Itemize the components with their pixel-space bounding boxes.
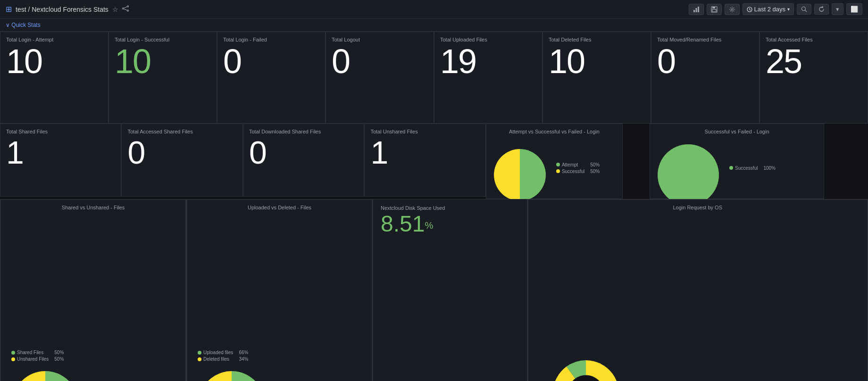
chart-title-shared: Shared vs Unshared - Files: [7, 205, 180, 210]
refresh-button[interactable]: [814, 4, 829, 15]
legend-uploaded: Uploaded files66%Deleted files34%: [198, 350, 248, 362]
svg-point-11: [731, 8, 733, 10]
row2-stats: Total Shared Files 1 Total Accessed Shar…: [0, 124, 868, 199]
stat-value: 0: [223, 44, 241, 78]
svg-rect-6: [695, 8, 697, 12]
disk-space-value: 8.51%: [381, 213, 433, 235]
stat-card: Total Login - Successful 10: [108, 32, 217, 124]
stat-label: Total Accessed Files: [766, 37, 813, 42]
star-button[interactable]: ☆: [112, 6, 118, 13]
pie-uploaded-container: Uploaded vs Deleted - Files Uploaded fil…: [186, 199, 373, 381]
legend-item: Attempt 50%: [556, 162, 600, 167]
svg-point-13: [802, 7, 806, 11]
stat-value: 10: [549, 44, 584, 78]
app-icon: ⊞: [6, 5, 12, 14]
svg-line-14: [805, 10, 807, 12]
settings-button[interactable]: [725, 4, 740, 15]
chart-card-shared: Shared vs Unshared - Files Shared Files5…: [0, 199, 186, 381]
stat-card: Total Uploaded Files 19: [434, 32, 542, 124]
svg-point-2: [127, 10, 128, 11]
chart-card-os: Login Request by OS iOS90%Linux10%: [528, 199, 868, 381]
stat-label: Total Deleted Files: [549, 37, 592, 42]
svg-line-3: [124, 7, 127, 8]
legend-item: Successful 50%: [556, 169, 600, 174]
stat-label: Total Uploaded Files: [440, 37, 487, 42]
disk-space-card: Nextcloud Disk Space Used 8.51%: [373, 199, 527, 381]
disk-column: Nextcloud Disk Space Used 8.51% Nextclou…: [373, 199, 527, 381]
pie-login-container: Attempt vs Successful vs Failed - Login …: [486, 124, 650, 199]
stat-value: 19: [440, 44, 476, 78]
donut-os: [543, 356, 631, 381]
stat-label: Total Unshared Files: [370, 129, 417, 134]
svg-rect-7: [698, 7, 699, 12]
time-range-button[interactable]: Last 2 days ▾: [743, 3, 794, 15]
stat-card: Total Logout 0: [326, 32, 434, 124]
stat-card-sm: Total Shared Files 1: [0, 124, 121, 197]
stat-card-sm: Total Downloaded Shared Files 0: [243, 124, 364, 197]
pie-shared: [11, 370, 80, 381]
legend-item: Successful 100%: [729, 166, 776, 171]
svg-rect-10: [712, 9, 716, 12]
stat-label: Total Login - Failed: [223, 37, 267, 42]
svg-line-4: [124, 9, 127, 10]
svg-rect-9: [712, 7, 715, 8]
stat-card: Total Moved/Renamed Files 0: [651, 32, 760, 124]
pie-chart: [492, 137, 551, 199]
stat-label: Total Accessed Shared Files: [127, 129, 192, 134]
pie-uploaded: [198, 370, 266, 381]
stat-card: Total Deleted Files 10: [542, 32, 651, 124]
legend: Attempt 50% Successful 50%: [556, 162, 600, 174]
stat-value: 1: [370, 136, 387, 168]
expand-button[interactable]: ▾: [832, 3, 843, 15]
disk-space-label: Nextcloud Disk Space Used: [381, 205, 445, 211]
breadcrumb: test / Nextcloud Forensics Stats: [16, 6, 108, 13]
save-button[interactable]: [707, 4, 722, 15]
stat-card-sm: Total Accessed Shared Files 0: [121, 124, 242, 197]
chart-card: Successful vs Failed - Login Successful …: [650, 124, 824, 199]
pie-success-container: Successful vs Failed - Login Successful …: [650, 124, 868, 199]
stat-label: Total Login - Attempt: [6, 37, 53, 42]
stat-value: 0: [657, 44, 675, 78]
legend-shared: Shared Files50%Unshared Files50%: [11, 350, 64, 362]
chart-card-uploaded: Uploaded vs Deleted - Files Uploaded fil…: [187, 199, 372, 381]
fullscreen-button[interactable]: ⬜: [846, 3, 862, 15]
stat-value: 10: [115, 44, 150, 78]
topbar-actions: Last 2 days ▾ ▾ ⬜: [689, 3, 863, 15]
stat-value: 10: [6, 44, 42, 78]
stat-value: 25: [766, 44, 801, 78]
stat-label: Total Logout: [332, 37, 360, 42]
svg-point-0: [122, 8, 124, 9]
row3-stats: Shared vs Unshared - Files Shared Files5…: [0, 199, 868, 381]
svg-point-1: [127, 6, 128, 7]
stat-label: Total Downloaded Shared Files: [249, 129, 321, 134]
stat-value: 0: [249, 136, 266, 168]
bar-chart-button[interactable]: [689, 4, 704, 15]
chart-card: Attempt vs Successful vs Failed - Login …: [486, 124, 623, 199]
stat-label: Total Login - Successful: [115, 37, 169, 42]
chart-title-uploaded: Uploaded vs Deleted - Files: [193, 205, 366, 210]
stat-card: Total Login - Attempt 10: [0, 32, 108, 124]
chart-title: Attempt vs Successful vs Failed - Login: [492, 129, 617, 134]
legend: Successful 100%: [729, 166, 776, 171]
svg-point-15: [658, 144, 719, 206]
svg-rect-5: [693, 10, 695, 12]
chart-title-os: Login Request by OS: [534, 205, 862, 210]
pie-os-container: Login Request by OS iOS90%Linux10%: [527, 199, 868, 381]
stat-label: Total Moved/Renamed Files: [657, 37, 721, 42]
chart-title: Successful vs Failed - Login: [656, 129, 818, 134]
zoom-button[interactable]: [797, 4, 811, 15]
share-button[interactable]: [122, 5, 129, 13]
stat-value: 0: [332, 44, 350, 78]
stat-card: Total Login - Failed 0: [217, 32, 326, 124]
row1-stats: Total Login - Attempt 10 Total Login - S…: [0, 32, 868, 124]
stat-card-sm: Total Unshared Files 1: [364, 124, 485, 197]
stat-label: Total Shared Files: [6, 129, 48, 134]
pie-shared-container: Shared vs Unshared - Files Shared Files5…: [0, 199, 186, 381]
topbar: ⊞ test / Nextcloud Forensics Stats ☆: [0, 0, 868, 19]
stat-value: 0: [127, 136, 144, 168]
pie-chart: [656, 137, 725, 199]
stat-card: Total Accessed Files 25: [760, 32, 868, 124]
section-header[interactable]: ∨ Quick Stats: [0, 19, 868, 32]
stat-value: 1: [6, 136, 23, 168]
